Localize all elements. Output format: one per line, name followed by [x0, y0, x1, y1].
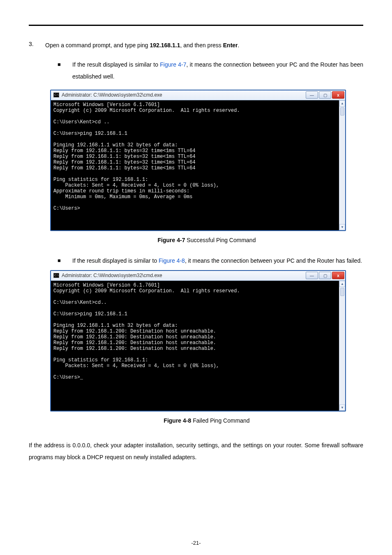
minimize-button[interactable]: —	[306, 272, 318, 279]
step-3: 3. Open a command prompt, and type ping …	[29, 41, 363, 51]
bullet-icon: ■	[58, 59, 72, 70]
sub2-pre: If the result displayed is similar to	[72, 257, 159, 264]
sub1-pre: If the result displayed is similar to	[72, 61, 160, 68]
scroll-down-icon[interactable]: ▼	[339, 405, 345, 411]
titlebar-1: C:\ Administrator: C:\Windows\system32\c…	[51, 90, 345, 100]
window-title: Administrator: C:\Windows\system32\cmd.e…	[62, 273, 305, 278]
step-enter: Enter	[223, 42, 238, 49]
scroll-up-icon[interactable]: ▲	[339, 281, 345, 287]
scrollbar-1[interactable]: ▲ ▼	[339, 100, 345, 230]
page-rule	[29, 25, 363, 26]
step-cmd: 192.168.1.1	[150, 42, 180, 49]
cmd-icon: C:\	[53, 92, 59, 97]
subpoint-2: ■ If the result displayed is similar to …	[58, 255, 363, 267]
figure-4-7-link[interactable]: Figure 4-7	[160, 61, 186, 68]
caption-2: Figure 4-8 Failed Ping Command	[50, 417, 363, 424]
step-text-end: .	[238, 42, 240, 49]
scroll-thumb[interactable]	[340, 107, 344, 116]
scroll-thumb[interactable]	[340, 288, 344, 296]
caption-2-text: Failed Ping Command	[191, 417, 249, 424]
caption-2-bold: Figure 4-8	[164, 417, 191, 424]
figure-4-8-wrap: C:\ Administrator: C:\Windows\system32\c…	[50, 270, 363, 424]
caption-1-text: Successful Ping Command	[185, 237, 256, 243]
caption-1: Figure 4-7 Successful Ping Command	[50, 237, 363, 243]
terminal-output-1: Microsoft Windows [Version 6.1.7601] Cop…	[51, 100, 339, 230]
page-number: -21-	[0, 540, 392, 546]
sub2-post: , it means the connection between your P…	[185, 257, 362, 264]
scroll-track[interactable]	[339, 106, 345, 224]
cmd-window-2: C:\ Administrator: C:\Windows\system32\c…	[50, 270, 346, 412]
scroll-up-icon[interactable]: ▲	[339, 100, 345, 106]
scroll-down-icon[interactable]: ▼	[339, 224, 345, 230]
bullet-icon: ■	[58, 255, 72, 266]
terminal-output-2: Microsoft Windows [Version 6.1.7601] Cop…	[51, 281, 339, 411]
caption-1-bold: Figure 4-7	[158, 237, 185, 243]
minimize-button[interactable]: —	[306, 91, 318, 99]
step-number: 3.	[29, 41, 45, 47]
maximize-button[interactable]: ▢	[319, 91, 331, 99]
cmd-icon: C:\	[53, 273, 59, 278]
scroll-track[interactable]	[339, 287, 345, 405]
figure-4-8-link[interactable]: Figure 4-8	[159, 257, 185, 264]
subpoint-1: ■ If the result displayed is similar to …	[58, 59, 363, 83]
scrollbar-2[interactable]: ▲ ▼	[339, 281, 345, 411]
step-text-pre: Open a command prompt, and type ping	[45, 42, 150, 49]
titlebar-2: C:\ Administrator: C:\Windows\system32\c…	[51, 271, 345, 281]
step-text-mid: , and then press	[180, 42, 223, 49]
close-button[interactable]: x	[332, 272, 344, 279]
window-title: Administrator: C:\Windows\system32\cmd.e…	[62, 92, 305, 98]
close-button[interactable]: x	[332, 91, 344, 99]
figure-4-7-wrap: C:\ Administrator: C:\Windows\system32\c…	[50, 90, 363, 243]
tail-paragraph: If the address is 0.0.0.0, check your ad…	[29, 439, 363, 464]
cmd-window-1: C:\ Administrator: C:\Windows\system32\c…	[50, 90, 346, 231]
maximize-button[interactable]: ▢	[319, 272, 331, 279]
